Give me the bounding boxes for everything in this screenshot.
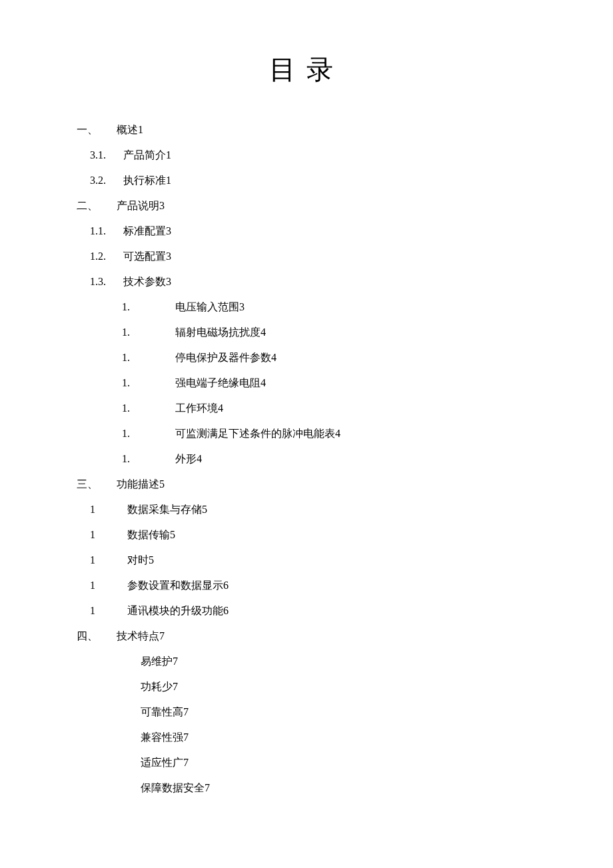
toc-line-number: 一、 [77, 122, 117, 138]
toc-line-text: 产品说明3 [117, 198, 165, 214]
toc-line: 1数据采集与存储5 [77, 502, 536, 518]
toc-line: 兼容性强7 [77, 729, 536, 745]
toc-line: 四、技术特点7 [77, 628, 536, 644]
toc-line: 1.强电端子绝缘电阻4 [77, 375, 536, 391]
toc-line: 二、产品说明3 [77, 198, 536, 214]
toc-line: 适应性广7 [77, 755, 536, 771]
toc-line: 可靠性高7 [77, 704, 536, 720]
toc-line-number: 1 [90, 527, 127, 543]
toc-line-text: 兼容性强7 [141, 729, 189, 745]
toc-line: 1.外形4 [77, 451, 536, 467]
toc-line: 1.停电保护及器件参数4 [77, 350, 536, 366]
toc-line-number: 1. [122, 400, 175, 416]
toc-line: 1.3.技术参数3 [77, 274, 536, 290]
toc-line-number: 1. [122, 451, 175, 467]
toc-line-text: 功能描述5 [117, 476, 165, 492]
toc-line-number: 1 [90, 603, 127, 619]
toc-line-text: 可监测满足下述条件的脉冲电能表4 [175, 426, 340, 442]
toc-line-text: 产品简介1 [123, 147, 171, 163]
toc-line-text: 适应性广7 [141, 755, 189, 771]
toc-line: 1数据传输5 [77, 527, 536, 543]
toc-line-number: 1 [90, 552, 127, 568]
toc-line: 1.电压输入范围3 [77, 299, 536, 315]
toc-line-text: 外形4 [175, 451, 202, 467]
toc-line: 1.可监测满足下述条件的脉冲电能表4 [77, 426, 536, 442]
toc-line-number: 1. [122, 426, 175, 442]
toc-line-number: 四、 [77, 628, 117, 644]
toc-title: 目录 [77, 50, 536, 90]
toc-line: 1对时5 [77, 552, 536, 568]
toc-line-text: 强电端子绝缘电阻4 [175, 375, 266, 391]
toc-body: 一、概述13.1.产品简介13.2.执行标准1二、产品说明31.1.标准配置31… [77, 122, 536, 796]
toc-line-text: 工作环境4 [175, 400, 223, 416]
toc-line: 1通讯模块的升级功能6 [77, 603, 536, 619]
toc-line-text: 技术参数3 [123, 274, 171, 290]
toc-line-number: 1.2. [90, 248, 123, 264]
toc-line: 功耗少7 [77, 679, 536, 695]
document-page: 目录 一、概述13.1.产品简介13.2.执行标准1二、产品说明31.1.标准配… [0, 0, 613, 868]
toc-line-text: 技术特点7 [117, 628, 165, 644]
toc-line-number: 1. [122, 375, 175, 391]
toc-line-text: 通讯模块的升级功能6 [127, 603, 229, 619]
toc-line: 保障数据安全7 [77, 780, 536, 796]
toc-line: 1参数设置和数据显示6 [77, 578, 536, 594]
toc-line-text: 电压输入范围3 [175, 299, 245, 315]
toc-line: 3.2.执行标准1 [77, 173, 536, 189]
toc-line-text: 可靠性高7 [141, 704, 189, 720]
toc-line: 一、概述1 [77, 122, 536, 138]
toc-line-text: 易维护7 [141, 653, 178, 669]
toc-line: 1.1.标准配置3 [77, 223, 536, 239]
toc-line-number: 1 [90, 502, 127, 518]
toc-line: 易维护7 [77, 653, 536, 669]
toc-line: 三、功能描述5 [77, 476, 536, 492]
toc-line-text: 保障数据安全7 [141, 780, 210, 796]
toc-line-number: 1. [122, 350, 175, 366]
toc-line-text: 停电保护及器件参数4 [175, 350, 277, 366]
toc-line-number: 1.1. [90, 223, 123, 239]
toc-line-text: 数据传输5 [127, 527, 175, 543]
toc-line-text: 可选配置3 [123, 248, 171, 264]
toc-line-text: 标准配置3 [123, 223, 171, 239]
toc-line-text: 数据采集与存储5 [127, 502, 207, 518]
toc-line-number: 二、 [77, 198, 117, 214]
toc-line: 3.1.产品简介1 [77, 147, 536, 163]
toc-line-number: 1. [122, 299, 175, 315]
toc-line-number: 1. [122, 324, 175, 340]
toc-line-text: 执行标准1 [123, 173, 171, 189]
toc-line-text: 辐射电磁场抗扰度4 [175, 324, 266, 340]
toc-line-text: 对时5 [127, 552, 154, 568]
toc-line-text: 概述1 [117, 122, 143, 138]
toc-line-text: 功耗少7 [141, 679, 178, 695]
toc-line-text: 参数设置和数据显示6 [127, 578, 229, 594]
toc-line-number: 1.3. [90, 274, 123, 290]
toc-line: 1.2.可选配置3 [77, 248, 536, 264]
toc-line: 1.辐射电磁场抗扰度4 [77, 324, 536, 340]
toc-line: 1.工作环境4 [77, 400, 536, 416]
toc-line-number: 3.1. [90, 147, 123, 163]
toc-line-number: 3.2. [90, 173, 123, 189]
toc-line-number: 1 [90, 578, 127, 594]
toc-line-number: 三、 [77, 476, 117, 492]
